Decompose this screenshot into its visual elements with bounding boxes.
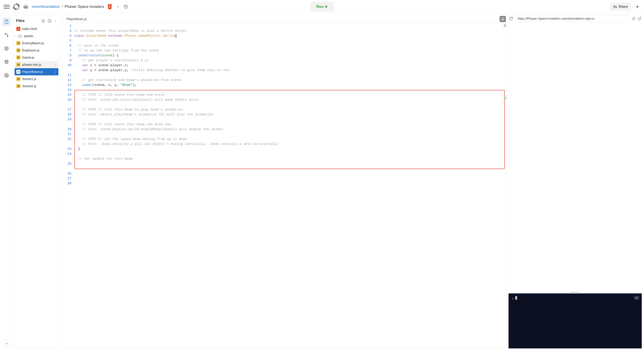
file-row-menu-icon[interactable]: ⋮ xyxy=(53,62,57,67)
console-cursor xyxy=(515,296,517,300)
console-pane[interactable]: ▸ ✕ xyxy=(508,293,642,349)
chevron-right-icon: › xyxy=(16,34,16,37)
file-label: Game.js xyxy=(22,56,34,59)
file-label: EnemyBeam.js xyxy=(22,41,44,45)
file-label: Scene1.js xyxy=(22,77,36,81)
file-row-index-html[interactable]: 5index.html xyxy=(14,25,58,32)
file-row-phaser-min-js[interactable]: JSphaser.min.js⋮ xyxy=(14,61,58,68)
side-rail: ? xyxy=(0,13,13,352)
file-label: phaser.min.js xyxy=(22,63,41,66)
avatar[interactable]: 🤖 xyxy=(23,4,29,10)
help-icon[interactable]: ? xyxy=(3,340,10,348)
file-row-assets[interactable]: ›assets xyxy=(14,32,58,40)
js-file-icon: JS xyxy=(16,63,20,67)
js-file-icon: JS xyxy=(16,70,20,74)
open-external-icon[interactable] xyxy=(638,17,641,20)
run-button[interactable]: Run xyxy=(310,2,334,11)
svg-point-0 xyxy=(614,5,615,7)
replit-logo-icon[interactable] xyxy=(13,3,20,10)
breadcrumb-separator: / xyxy=(62,4,63,9)
console-prompt-icon: ▸ xyxy=(512,297,514,300)
vertical-resize-handle[interactable] xyxy=(508,291,642,293)
refresh-icon[interactable] xyxy=(509,16,513,20)
file-label: assets xyxy=(24,34,33,38)
file-row-enemybeam-js[interactable]: JSEnemyBeam.js xyxy=(14,40,58,47)
history-icon[interactable] xyxy=(124,4,128,9)
run-button-label: Run xyxy=(316,4,324,9)
hamburger-menu-icon[interactable] xyxy=(4,3,10,10)
js-file-icon: JS xyxy=(16,55,20,59)
files-panel: Files ⋮ 5index.html›assetsJSEnemyBeam.js… xyxy=(13,15,60,349)
editor-tab[interactable]: PlayerBeam.js xyxy=(62,15,91,22)
share-icon xyxy=(613,5,617,9)
svg-line-11 xyxy=(639,17,641,19)
new-file-icon[interactable] xyxy=(42,19,45,22)
edit-url-icon[interactable] xyxy=(632,17,636,20)
html5-icon: 5 xyxy=(107,4,112,9)
file-row-menu-icon[interactable]: ⋮ xyxy=(53,69,57,74)
docs-icon[interactable] xyxy=(500,16,506,22)
svg-point-1 xyxy=(5,33,6,34)
rail-packages-icon[interactable] xyxy=(2,44,11,53)
editor-column: PlayerBeam.js 2345678910 111213141516 17… xyxy=(62,15,506,349)
plus-icon[interactable]: + xyxy=(634,3,640,10)
output-column: ▸ ✕ xyxy=(508,15,642,349)
js-file-icon: JS xyxy=(16,84,20,88)
svg-point-3 xyxy=(5,60,8,61)
preview-url-input[interactable] xyxy=(515,15,630,22)
preview-pane[interactable] xyxy=(508,22,642,291)
editor-gutter: 2345678910 111213141516 171819 202122 23… xyxy=(62,23,74,348)
main: ? Files ⋮ 5index.html›assetsJSEnemyBeam.… xyxy=(0,13,644,352)
header: 🤖 nuevofoundation / Phaser Space Invader… xyxy=(0,0,644,13)
share-button-label: Share xyxy=(618,5,628,9)
breadcrumb-owner[interactable]: nuevofoundation xyxy=(32,4,60,9)
file-label: Scene2.js xyxy=(22,84,36,88)
chevron-down-icon[interactable] xyxy=(115,4,120,9)
file-row-scene2-js[interactable]: JSScene2.js xyxy=(14,83,58,90)
files-more-icon[interactable]: ⋮ xyxy=(54,19,57,22)
file-row-explosion-js[interactable]: JSExplosion.js xyxy=(14,47,58,54)
editor-scrollbar[interactable] xyxy=(504,24,506,27)
play-icon xyxy=(326,5,328,8)
svg-point-4 xyxy=(6,75,7,76)
file-row-game-js[interactable]: JSGame.js xyxy=(14,54,58,61)
js-file-icon: JS xyxy=(16,48,20,52)
rail-files-icon[interactable] xyxy=(2,17,11,26)
file-row-playerbeam-js[interactable]: JSPlayerBeam.js⋮ xyxy=(14,68,58,75)
rail-settings-icon[interactable] xyxy=(2,71,11,80)
svg-point-2 xyxy=(7,36,8,37)
file-row-scene1-js[interactable]: JSScene1.js xyxy=(14,75,58,83)
file-label: PlayerBeam.js xyxy=(22,70,43,74)
editor-code[interactable]: // extends means this playerBeam is also… xyxy=(74,23,506,348)
files-panel-title: Files xyxy=(16,18,25,23)
breadcrumb-project: Phaser Space Invaders xyxy=(64,4,104,9)
file-label: index.html xyxy=(22,27,37,31)
console-clear-icon[interactable]: ✕ xyxy=(634,296,639,300)
file-label: Explosion.js xyxy=(22,48,40,52)
breadcrumb: nuevofoundation / Phaser Space Invaders xyxy=(32,4,104,9)
editor-scrollbar[interactable] xyxy=(504,97,506,99)
code-editor[interactable]: 2345678910 111213141516 171819 202122 23… xyxy=(62,22,506,349)
js-file-icon: JS xyxy=(16,77,20,81)
share-button[interactable]: Share xyxy=(610,3,631,10)
js-file-icon: JS xyxy=(16,41,20,45)
new-folder-icon[interactable] xyxy=(48,19,51,22)
rail-version-control-icon[interactable] xyxy=(2,31,11,39)
html-file-icon: 5 xyxy=(16,27,20,31)
folder-icon xyxy=(18,34,22,38)
rail-database-icon[interactable] xyxy=(2,58,11,66)
preview-url-bar xyxy=(508,15,642,22)
